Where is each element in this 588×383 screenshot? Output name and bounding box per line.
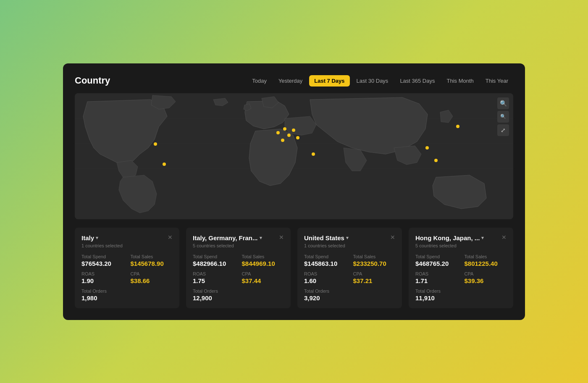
chevron-down-icon[interactable]: ▾ [96,235,98,241]
card-asia: Hong Kong, Japan, ... ▾ ✕ 5 countries se… [409,228,513,308]
zoom-in-button[interactable]: 🔍 [497,97,509,109]
total-orders-label: Total Orders [81,289,173,294]
map-dot [425,146,429,150]
expand-button[interactable]: ⤢ [497,124,509,136]
time-filter-last-7-days[interactable]: Last 7 Days [309,75,349,87]
total-sales-value: $844969.10 [242,260,284,267]
cpa-label: CPA [353,271,396,276]
orders-section: Total Orders 11,910 [415,289,507,302]
map-dot [287,134,291,137]
total-spend-metric: Total Spend $145863.10 [304,254,346,267]
card-header: Italy, Germany, Fran... ▾ ✕ [193,234,284,241]
roas-label: ROAS [193,271,235,276]
total-spend-metric: Total Spend $468765.20 [415,254,458,267]
total-orders-label: Total Orders [193,289,284,294]
cpa-label: CPA [465,271,507,276]
cpa-value: $37.44 [242,277,284,284]
roas-value: 1.60 [304,277,346,284]
card-region-label: Italy ▾ [81,234,98,241]
cpa-value: $38.66 [131,277,173,284]
cards-row: Italy ▾ ✕ 1 countries selected Total Spe… [75,228,513,308]
roas-metric: ROAS 1.60 [304,271,346,284]
cpa-metric: CPA $37.44 [242,271,284,284]
total-sales-label: Total Sales [465,254,507,259]
world-map: 🔍 🔍 ⤢ [75,93,513,219]
map-controls: 🔍 🔍 ⤢ [497,97,509,136]
header: Country TodayYesterdayLast 7 DaysLast 30… [75,75,513,87]
total-orders-value: 12,900 [193,294,284,302]
card-subtitle: 1 countries selected [304,243,395,248]
cpa-label: CPA [131,271,173,276]
map-dot [292,129,295,132]
chevron-down-icon[interactable]: ▾ [481,235,484,241]
total-spend-label: Total Spend [81,254,124,259]
orders-section: Total Orders 3,920 [304,289,395,302]
roas-label: ROAS [81,271,124,276]
roas-label: ROAS [415,271,458,276]
card-close-button[interactable]: ✕ [390,234,395,240]
cpa-label: CPA [242,271,284,276]
total-sales-value: $801225.40 [465,260,507,267]
zoom-out-button[interactable]: 🔍 [497,111,509,123]
total-spend-value: $76543.20 [81,260,124,267]
card-header: Hong Kong, Japan, ... ▾ ✕ [415,234,507,241]
metrics-grid: Total Spend $145863.10 Total Sales $2332… [304,254,395,284]
region-name: Italy, Germany, Fran... [193,234,258,241]
card-region-label: Italy, Germany, Fran... ▾ [193,234,262,241]
time-filter-last-365-days[interactable]: Last 365 Days [395,75,440,87]
region-name: Hong Kong, Japan, ... [415,234,480,241]
total-spend-metric: Total Spend $482966.10 [193,254,235,267]
dashboard-container: Country TodayYesterdayLast 7 DaysLast 30… [63,63,525,320]
cpa-metric: CPA $39.36 [465,271,507,284]
total-orders-value: 3,920 [304,294,395,302]
time-filter-this-year[interactable]: This Year [480,75,513,87]
total-sales-metric: Total Sales $801225.40 [465,254,507,267]
card-europe: Italy, Germany, Fran... ▾ ✕ 5 countries … [186,228,291,308]
orders-section: Total Orders 1,980 [81,289,173,302]
time-filter-last-30-days[interactable]: Last 30 Days [352,75,394,87]
map-dot [296,136,299,139]
map-dot [154,142,157,146]
region-name: Italy [81,234,94,241]
total-orders-label: Total Orders [415,289,507,294]
card-region-label: Hong Kong, Japan, ... ▾ [415,234,484,241]
total-spend-value: $145863.10 [304,260,346,267]
total-spend-label: Total Spend [193,254,235,259]
card-header: United States ▾ ✕ [304,234,395,241]
chevron-down-icon[interactable]: ▾ [260,235,262,241]
total-sales-value: $233250.70 [353,260,396,267]
card-header: Italy ▾ ✕ [81,234,173,241]
map-dots-layer [75,93,513,219]
roas-metric: ROAS 1.71 [415,271,458,284]
roas-metric: ROAS 1.75 [193,271,235,284]
page-title: Country [75,75,110,86]
total-sales-label: Total Sales [131,254,173,259]
card-italy: Italy ▾ ✕ 1 countries selected Total Spe… [75,228,179,308]
metrics-grid: Total Spend $482966.10 Total Sales $8449… [193,254,284,284]
time-filter-this-month[interactable]: This Month [441,75,478,87]
total-sales-metric: Total Sales $844969.10 [242,254,284,267]
map-dot [276,131,280,134]
card-close-button[interactable]: ✕ [279,234,284,240]
time-filter-today[interactable]: Today [247,75,272,87]
time-filter-bar: TodayYesterdayLast 7 DaysLast 30 DaysLas… [247,75,513,87]
orders-section: Total Orders 12,900 [193,289,284,302]
total-spend-metric: Total Spend $76543.20 [81,254,124,267]
map-dot [163,163,166,166]
roas-value: 1.90 [81,277,124,284]
region-name: United States [304,234,344,241]
card-close-button[interactable]: ✕ [501,234,507,240]
card-subtitle: 5 countries selected [193,243,284,248]
time-filter-yesterday[interactable]: Yesterday [273,75,307,87]
chevron-down-icon[interactable]: ▾ [346,235,349,241]
metrics-grid: Total Spend $76543.20 Total Sales $14567… [81,254,173,284]
cpa-metric: CPA $38.66 [131,271,173,284]
card-subtitle: 1 countries selected [81,243,173,248]
total-spend-label: Total Spend [415,254,458,259]
total-orders-label: Total Orders [304,289,395,294]
total-sales-value: $145678.90 [131,260,173,267]
total-sales-label: Total Sales [242,254,284,259]
card-close-button[interactable]: ✕ [168,234,173,240]
total-sales-metric: Total Sales $145678.90 [131,254,173,267]
cpa-value: $37.21 [353,277,396,284]
